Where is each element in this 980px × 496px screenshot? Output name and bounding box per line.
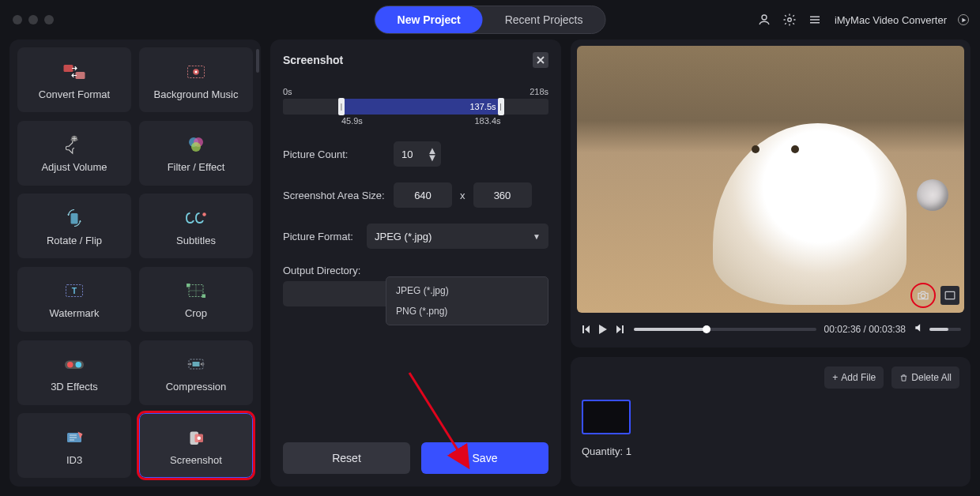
range-handle-left[interactable]: | (338, 98, 345, 115)
svg-point-6 (195, 70, 198, 73)
svg-point-26 (198, 436, 202, 440)
picture-count-label: Picture Count: (283, 148, 386, 160)
tool-compression[interactable]: Compression (139, 340, 253, 405)
svg-point-19 (67, 362, 74, 368)
range-handle-right[interactable]: | (498, 98, 504, 115)
area-height-input[interactable] (473, 182, 532, 208)
format-option-png[interactable]: PNG (*.png) (386, 301, 548, 321)
tool-label: ID3 (66, 454, 82, 466)
quantity-label: Quantity: 1 (582, 445, 959, 457)
brand-name: iMyMac Video Converter (835, 14, 947, 26)
format-dropdown: JPEG (*.jpg) PNG (*.png) (386, 276, 548, 325)
file-thumbnail[interactable] (582, 400, 631, 434)
account-icon[interactable] (756, 11, 773, 28)
time-range: 0s 218s 137.5s | | 45.9s 183.4s (283, 87, 548, 126)
svg-rect-17 (202, 295, 206, 299)
3d-effects-icon (59, 352, 89, 376)
window-controls[interactable] (13, 15, 54, 24)
brand-play-icon (958, 14, 969, 25)
tool-label: Adjust Volume (41, 161, 107, 173)
tool-screenshot[interactable]: Screenshot (139, 413, 253, 478)
id3-icon (59, 426, 89, 449)
tools-panel: Convert FormatBackground MusicAdjust Vol… (9, 39, 261, 487)
camera-icon[interactable] (910, 283, 936, 308)
save-button[interactable]: Save (421, 442, 548, 474)
tool-label: 3D Effects (51, 381, 98, 393)
tool-background-music[interactable]: Background Music (139, 47, 253, 112)
compression-icon (181, 352, 211, 376)
fullscreen-icon[interactable] (940, 286, 959, 305)
picture-count-input[interactable]: ▲ ▼ (394, 141, 441, 167)
tool-rotate-flip[interactable]: Rotate / Flip (17, 194, 131, 258)
next-button[interactable] (615, 324, 626, 335)
project-tabs: New Project Recent Projects (375, 6, 606, 34)
menu-icon[interactable] (806, 11, 824, 28)
output-label: Output Directory: (283, 265, 370, 276)
svg-rect-16 (187, 284, 190, 287)
rotate-flip-icon (59, 206, 89, 230)
range-start-label: 0s (283, 87, 292, 96)
tab-new-project[interactable]: New Project (375, 6, 483, 33)
svg-point-10 (191, 142, 201, 152)
background-music-icon (181, 60, 211, 84)
tab-recent-projects[interactable]: Recent Projects (483, 6, 605, 33)
format-option-jpeg[interactable]: JPEG (*.jpg) (386, 280, 548, 301)
range-end-label: 218s (530, 87, 548, 96)
picture-count-value[interactable] (401, 148, 424, 160)
tool-label: Rotate / Flip (47, 235, 102, 246)
svg-rect-29 (945, 291, 955, 299)
crop-icon (181, 279, 211, 302)
area-width-input[interactable] (394, 182, 452, 208)
tool-subtitles[interactable]: Subtitles (139, 194, 253, 258)
svg-point-28 (921, 294, 925, 298)
volume-slider[interactable] (929, 328, 961, 331)
svg-rect-22 (193, 362, 200, 366)
range-inner-label: 137.5s (470, 102, 496, 111)
panel-title: Screenshot (283, 54, 343, 66)
convert-format-icon (59, 60, 89, 84)
svg-rect-2 (64, 65, 74, 72)
range-sel-start: 45.9s (341, 116, 363, 126)
time-display: 00:02:36 / 00:03:38 (824, 324, 906, 335)
reset-button[interactable]: Reset (283, 442, 410, 474)
tool-watermark[interactable]: TWatermark (17, 267, 131, 332)
prev-button[interactable] (580, 324, 591, 335)
tool-3d-effects[interactable]: 3D Effects (17, 340, 131, 405)
range-sel-end: 183.4s (475, 116, 501, 126)
scrollbar[interactable] (256, 49, 259, 73)
volume-icon[interactable] (914, 322, 925, 336)
play-button[interactable] (597, 324, 609, 335)
tool-label: Crop (185, 307, 207, 319)
area-size-label: Screenshot Area Size: (283, 190, 386, 201)
preview-panel: 00:02:36 / 00:03:38 (571, 39, 971, 348)
format-value: JPEG (*.jpg) (375, 231, 432, 242)
spin-down[interactable]: ▼ (428, 155, 436, 161)
svg-rect-3 (76, 72, 85, 79)
tool-label: Filter / Effect (168, 161, 225, 173)
delete-all-button[interactable]: Delete All (891, 366, 959, 389)
screenshot-settings-panel: Screenshot 0s 218s 137.5s | | 45.9s 183.… (270, 39, 561, 487)
close-panel-button[interactable] (533, 52, 548, 68)
add-file-button[interactable]: +Add File (824, 366, 884, 389)
tool-filter-effect[interactable]: Filter / Effect (139, 121, 253, 186)
watermark-icon: T (59, 279, 89, 302)
tool-adjust-volume[interactable]: Adjust Volume (17, 121, 131, 186)
adjust-volume-icon (59, 133, 89, 156)
area-separator: x (460, 190, 466, 201)
tool-convert-format[interactable]: Convert Format (17, 47, 131, 112)
format-select[interactable]: JPEG (*.jpg) ▼ (367, 224, 548, 249)
video-preview[interactable] (577, 46, 964, 313)
svg-point-12 (202, 212, 206, 216)
screenshot-icon (181, 426, 211, 449)
settings-icon[interactable] (781, 11, 798, 28)
file-list-panel: +Add File Delete All Quantity: 1 (571, 357, 971, 487)
format-label: Picture Format: (283, 231, 359, 242)
range-slider[interactable]: 137.5s | | (283, 99, 548, 115)
svg-point-20 (76, 362, 82, 368)
tool-id3[interactable]: ID3 (17, 413, 131, 478)
svg-point-0 (762, 15, 767, 20)
filter-effect-icon (181, 133, 211, 156)
tool-label: Screenshot (170, 454, 222, 466)
tool-crop[interactable]: Crop (139, 267, 253, 332)
progress-bar[interactable] (634, 328, 816, 331)
